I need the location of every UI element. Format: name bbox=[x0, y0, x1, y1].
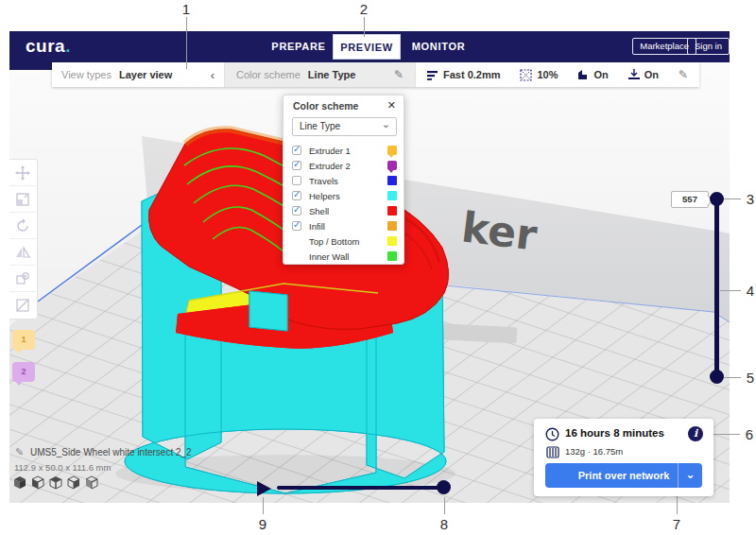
checkbox[interactable] bbox=[292, 206, 301, 216]
view-top-button[interactable] bbox=[48, 475, 63, 491]
checkbox[interactable] bbox=[292, 191, 301, 200]
infill-icon bbox=[520, 69, 532, 81]
edit-print-settings-icon[interactable]: ✎ bbox=[679, 68, 688, 81]
rotate-tool-button[interactable] bbox=[9, 213, 36, 239]
color-swatch bbox=[387, 236, 397, 246]
view-left-button[interactable] bbox=[66, 475, 81, 491]
tool-sidebar bbox=[9, 159, 38, 319]
sign-in-button[interactable]: Sign in bbox=[687, 38, 730, 55]
callout-3: 3 bbox=[743, 191, 756, 207]
row-infill[interactable]: Infill bbox=[292, 219, 397, 233]
view-types-value: Layer view bbox=[119, 69, 172, 80]
cura-logo: cura. bbox=[26, 36, 71, 57]
cura-app-window: ker bbox=[9, 31, 730, 503]
callout-4: 4 bbox=[743, 283, 756, 299]
row-travels[interactable]: Travels bbox=[292, 174, 397, 187]
simulation-slider-handle[interactable] bbox=[437, 480, 451, 494]
print-settings-summary[interactable]: Fast 0.2mm 10% On On ✎ bbox=[416, 62, 699, 87]
line-type-dropdown[interactable]: Line Type ⌄ bbox=[292, 117, 397, 136]
view-3d-button[interactable] bbox=[12, 475, 27, 491]
material-spool-icon bbox=[546, 446, 559, 458]
callout-line-8 bbox=[444, 497, 445, 514]
tab-prepare[interactable]: PREPARE bbox=[265, 31, 333, 62]
popup-title: Color scheme bbox=[293, 100, 358, 112]
close-icon[interactable]: ✕ bbox=[387, 99, 396, 112]
support-blocker-button[interactable] bbox=[9, 292, 36, 319]
checkbox[interactable] bbox=[292, 176, 301, 185]
adhesion-setting: On bbox=[628, 69, 659, 80]
callout-line-4 bbox=[720, 290, 741, 291]
layer-number-tooltip: 557 bbox=[671, 191, 709, 208]
color-swatch bbox=[387, 221, 397, 231]
logo-dot: . bbox=[65, 36, 71, 56]
rename-model-icon[interactable]: ✎ bbox=[15, 446, 24, 458]
callout-1: 1 bbox=[179, 1, 194, 17]
tab-monitor[interactable]: MONITOR bbox=[404, 31, 472, 62]
callout-line-1 bbox=[186, 17, 187, 69]
color-swatch bbox=[387, 191, 397, 200]
model-dimensions: 112.9 x 50.0 x 111.6 mm bbox=[14, 462, 111, 473]
screenshot-frame: ker bbox=[0, 0, 756, 535]
preview-toolbar: View types Layer view ‹ Color scheme Lin… bbox=[52, 62, 699, 87]
callout-line-5 bbox=[724, 377, 741, 378]
profile-setting: Fast 0.2mm bbox=[427, 69, 501, 80]
simulation-slider-track[interactable] bbox=[277, 486, 447, 490]
print-time-estimate: 16 hours 8 minutes bbox=[565, 427, 664, 439]
row-helpers[interactable]: Helpers bbox=[292, 189, 397, 202]
callout-line-2 bbox=[364, 17, 365, 37]
chevron-down-icon: ⌄ bbox=[382, 115, 390, 132]
view-orientation-buttons bbox=[12, 475, 99, 491]
callout-8: 8 bbox=[437, 516, 452, 532]
info-icon[interactable]: i bbox=[688, 426, 703, 441]
support-setting: On bbox=[577, 69, 608, 80]
color-scheme-value: Line Type bbox=[308, 69, 356, 80]
callout-line-9 bbox=[263, 497, 264, 514]
layer-height-icon bbox=[427, 70, 438, 80]
layer-slider-top-handle[interactable] bbox=[710, 192, 724, 206]
color-scheme-selector[interactable]: Color scheme Line Type ✎ bbox=[225, 62, 416, 87]
checkbox[interactable] bbox=[292, 161, 301, 170]
checkbox[interactable] bbox=[292, 221, 301, 231]
view-front-button[interactable] bbox=[30, 475, 45, 491]
print-over-network-button[interactable]: Print over network ⌄ bbox=[545, 463, 702, 488]
print-options-chevron-icon[interactable]: ⌄ bbox=[678, 463, 702, 488]
color-swatch bbox=[387, 161, 397, 170]
callout-5: 5 bbox=[743, 370, 756, 386]
clock-icon bbox=[545, 427, 559, 441]
layer-slider-bottom-handle[interactable] bbox=[710, 370, 724, 384]
row-extruder-2[interactable]: Extruder 2 bbox=[292, 159, 397, 172]
tab-preview[interactable]: PREVIEW bbox=[333, 34, 401, 60]
model-name: UMS5_Side Wheel white intersect 2_2 bbox=[30, 447, 192, 457]
logo-block bbox=[9, 62, 52, 70]
callout-7: 7 bbox=[669, 516, 684, 532]
color-swatch bbox=[387, 251, 397, 261]
row-shell[interactable]: Shell bbox=[292, 204, 397, 217]
callout-6: 6 bbox=[742, 426, 756, 442]
color-swatch bbox=[387, 206, 397, 216]
move-tool-button[interactable] bbox=[9, 160, 36, 186]
color-swatch bbox=[387, 176, 397, 185]
material-usage-estimate: 132g · 16.75m bbox=[565, 446, 623, 457]
edit-color-scheme-icon[interactable]: ✎ bbox=[394, 68, 404, 81]
extruder-2-badge[interactable]: 2 bbox=[12, 362, 35, 382]
view-right-button[interactable] bbox=[84, 475, 99, 491]
scale-tool-button[interactable] bbox=[9, 186, 36, 213]
layer-slider-track[interactable] bbox=[714, 199, 719, 377]
view-types-label: View types bbox=[61, 69, 112, 80]
adhesion-icon bbox=[628, 69, 640, 80]
extruder-1-badge[interactable]: 1 bbox=[12, 330, 35, 350]
callout-2: 2 bbox=[356, 1, 371, 17]
callout-line-3 bbox=[724, 198, 741, 199]
checkbox[interactable] bbox=[292, 146, 301, 155]
row-extruder-1[interactable]: Extruder 1 bbox=[292, 144, 397, 157]
per-model-settings-button[interactable] bbox=[9, 266, 36, 292]
callout-9: 9 bbox=[255, 516, 270, 532]
color-scheme-label: Color scheme bbox=[236, 69, 301, 80]
simulation-play-button[interactable] bbox=[257, 481, 271, 496]
support-icon bbox=[577, 69, 589, 80]
color-scheme-popup: Color scheme ✕ Line Type ⌄ Extruder 1 Ex… bbox=[283, 95, 404, 265]
collapse-chevron-icon[interactable]: ‹ bbox=[211, 68, 215, 82]
view-types-selector[interactable]: View types Layer view ‹ bbox=[52, 62, 225, 87]
build-plate-brand-text: ker bbox=[459, 202, 541, 259]
mirror-tool-button[interactable] bbox=[9, 239, 36, 266]
